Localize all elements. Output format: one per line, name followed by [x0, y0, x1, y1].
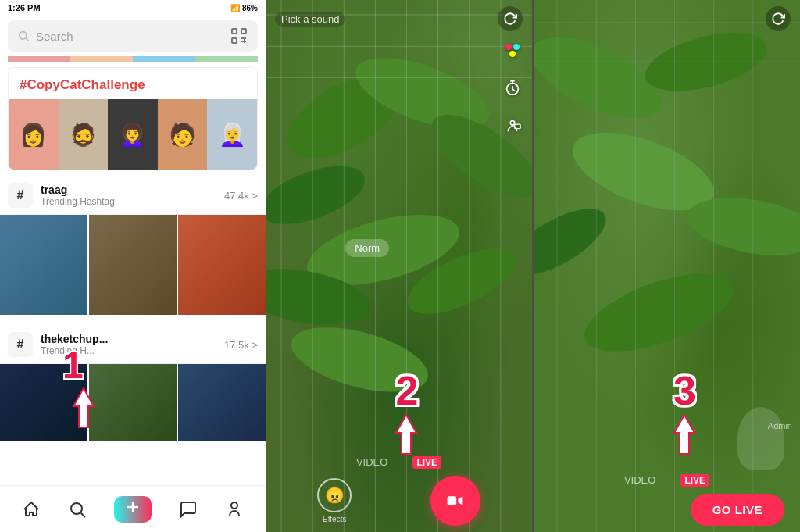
video-grid-1 — [0, 215, 266, 316]
panel-divider — [532, 0, 534, 532]
hashtag-name-2: theketchup... — [41, 333, 224, 345]
effects-emoji-left: 😠 — [325, 486, 345, 505]
effects-label-left: Effects — [323, 515, 346, 523]
effects-button-left[interactable]: 😠 Effects — [317, 478, 352, 523]
hashtag-symbol-1: # — [8, 183, 33, 208]
challenge-photo-1: 👩 — [9, 99, 59, 170]
svg-line-1 — [26, 38, 29, 41]
challenge-banner[interactable]: #CopyCatChallenge 👩 🧔 👩‍🦱 🧑 👩‍🦳 — [8, 67, 258, 170]
camera-panel-left: Pick a sound — [266, 0, 532, 532]
person-silhouette — [738, 407, 784, 470]
svg-point-33 — [513, 44, 520, 50]
scan-icon[interactable] — [230, 27, 248, 45]
video-thumb-3[interactable] — [178, 215, 266, 315]
challenge-photo-4: 🧑 — [158, 99, 208, 170]
hashtag-name-1: traag — [41, 184, 224, 196]
svg-rect-3 — [241, 29, 246, 34]
search-placeholder: Search — [36, 30, 230, 43]
battery-text: 86% — [242, 4, 258, 12]
swatch-3 — [133, 56, 195, 62]
hashtag-info-1: traag Trending Hashtag — [41, 184, 224, 207]
right-panels: Pick a sound — [266, 0, 800, 532]
video-thumb-2[interactable] — [89, 215, 177, 315]
bottom-nav — [0, 485, 266, 532]
nav-inbox[interactable] — [179, 500, 198, 519]
hashtag-count-1: 47.4k > — [224, 190, 258, 202]
tab-row-right: VIDEO LIVE — [534, 473, 800, 487]
svg-rect-2 — [232, 29, 237, 34]
swatch-1 — [8, 56, 70, 62]
video-thumb2-3[interactable] — [178, 364, 266, 441]
refresh-icon-right[interactable] — [766, 6, 791, 31]
create-button[interactable] — [114, 496, 152, 523]
challenge-title: #CopyCatChallenge — [9, 68, 257, 99]
hashtag-count-2: 17.5k > — [224, 339, 258, 351]
svg-point-44 — [575, 258, 743, 367]
color-swatches — [8, 56, 258, 62]
controls-row-right: GO LIVE — [534, 494, 800, 526]
left-panel: 1:26 PM 📶 86% Search #CopyCatChallenge 👩 — [0, 0, 266, 532]
challenge-photo-5: 👩‍🦳 — [207, 99, 257, 170]
camera-top-bar-right — [534, 0, 800, 37]
svg-rect-38 — [447, 496, 456, 505]
annotation-number-3: 3 — [673, 370, 696, 411]
color-dots-icon[interactable] — [501, 39, 524, 62]
annotation-arrow-2 — [385, 411, 428, 462]
swatch-2 — [70, 56, 133, 62]
svg-point-8 — [71, 503, 82, 514]
live-badge-right: LIVE — [680, 474, 709, 487]
challenge-photo-3: 👩‍🦱 — [108, 99, 158, 170]
svg-rect-4 — [232, 38, 237, 43]
effects-circle-left: 😠 — [317, 478, 352, 512]
challenge-photos: 👩 🧔 👩‍🦱 🧑 👩‍🦳 — [9, 99, 257, 170]
svg-point-32 — [505, 44, 512, 50]
search-bar[interactable]: Search — [8, 20, 258, 52]
nav-create[interactable] — [114, 496, 152, 523]
camera-panel-right: Admin VIDEO LIVE GO LIVE 3 — [534, 0, 800, 532]
camera-bottom-right: VIDEO LIVE GO LIVE — [534, 465, 800, 532]
status-time: 1:26 PM — [8, 3, 41, 12]
signal-icon: 📶 — [230, 4, 240, 12]
admin-label: Admin — [768, 421, 792, 430]
camera-top-bar-left: Pick a sound — [266, 0, 532, 37]
record-button[interactable] — [430, 476, 480, 526]
pick-sound-label[interactable]: Pick a sound — [275, 12, 345, 27]
svg-point-36 — [510, 121, 515, 126]
refresh-icon[interactable] — [498, 6, 523, 31]
annotation-1: 1 — [62, 347, 105, 438]
hashtag-row-2[interactable]: # theketchup... Trending H... 17.5k > — [0, 326, 266, 364]
svg-point-34 — [509, 51, 516, 57]
svg-point-42 — [534, 195, 616, 288]
annotation-number-1: 1 — [62, 347, 105, 384]
ar-icon[interactable] — [501, 114, 524, 137]
svg-line-9 — [80, 512, 85, 517]
annotation-arrow-3 — [663, 411, 706, 462]
hashtag-sub-1: Trending Hashtag — [41, 196, 224, 207]
nav-profile[interactable] — [225, 500, 244, 519]
annotation-arrow-1 — [62, 384, 105, 435]
svg-point-0 — [20, 32, 27, 39]
status-icons: 📶 86% — [230, 4, 258, 12]
go-live-button[interactable]: GO LIVE — [691, 494, 784, 526]
svg-point-12 — [231, 502, 238, 509]
timer-icon[interactable] — [501, 77, 524, 100]
nav-home[interactable] — [22, 500, 41, 519]
annotation-number-2: 2 — [395, 370, 418, 411]
status-bar: 1:26 PM 📶 86% — [0, 0, 266, 16]
tab-video-right[interactable]: VIDEO — [621, 473, 659, 487]
camera-right-icons-left — [501, 39, 524, 137]
controls-row-left: 😠 Effects — [266, 476, 532, 526]
tab-live-right[interactable]: LIVE — [677, 473, 712, 487]
annotation-3: 3 — [663, 370, 706, 462]
norm-pill[interactable]: Norm — [345, 239, 389, 257]
hashtag-symbol-2: # — [8, 332, 33, 357]
video-grid-2 — [0, 364, 266, 442]
challenge-photo-2: 🧔 — [59, 99, 109, 170]
annotation-2: 2 — [385, 370, 428, 462]
hashtag-row-1[interactable]: # traag Trending Hashtag 47.4k > — [0, 177, 266, 215]
swatch-4 — [195, 56, 258, 62]
nav-search[interactable] — [68, 500, 87, 519]
search-icon — [17, 30, 30, 42]
video-thumb-1[interactable] — [0, 215, 88, 315]
